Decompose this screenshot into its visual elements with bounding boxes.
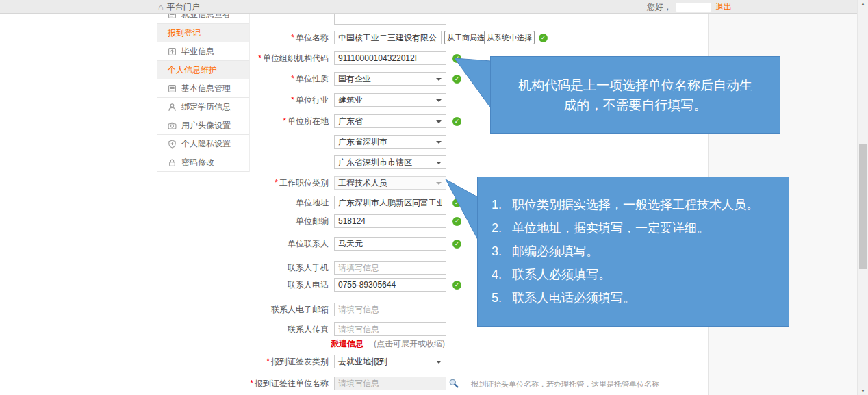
portal-header: ⌂ 平台门户 bbox=[158, 0, 200, 14]
input-field-14[interactable] bbox=[334, 303, 446, 316]
input-field-15[interactable] bbox=[334, 322, 446, 336]
callout-item-text: 单位地址，据实填写，一定要详细。 bbox=[512, 221, 709, 235]
field-label-12: 联系人手机 bbox=[245, 261, 329, 275]
callout-list-item: 1.职位类别据实选择，一般选择工程技术人员。 bbox=[492, 198, 783, 212]
sidebar-item-6[interactable]: 用户头像设置 bbox=[157, 116, 249, 135]
field-label-11: 单位联系人 bbox=[245, 237, 329, 251]
select-field-7[interactable]: 广东省深圳市市辖区 bbox=[334, 155, 446, 169]
sidebar-item-4[interactable]: 基本信息管理 bbox=[157, 79, 249, 98]
field-label-text: 工作职位类别 bbox=[279, 178, 329, 188]
input-field-13[interactable] bbox=[334, 278, 446, 292]
sidebar-item-5[interactable]: 绑定学历信息 bbox=[157, 98, 249, 116]
sidebar-item-8[interactable]: 密码修改 bbox=[157, 153, 249, 172]
input-field-9[interactable] bbox=[334, 196, 446, 209]
divider bbox=[257, 351, 708, 351]
username-redacted bbox=[676, 3, 711, 12]
sidebar-item-clipped[interactable]: 就业信息查看 bbox=[157, 14, 249, 24]
callout-item-number: 5. bbox=[492, 291, 512, 305]
doc-icon bbox=[168, 14, 177, 19]
field-label-text: 联系人手机 bbox=[288, 263, 329, 272]
select-field-5[interactable]: 广东省 bbox=[334, 114, 446, 128]
sidebar-item-3[interactable]: 个人信息维护 bbox=[157, 61, 249, 79]
sidebar-item-label: 用户头像设置 bbox=[181, 120, 231, 131]
field-label-text: 报到证签往单位名称 bbox=[255, 379, 329, 388]
field-label-text: 单位性质 bbox=[296, 74, 329, 84]
lookup-button-1[interactable]: 从系统中选择 bbox=[484, 31, 535, 44]
callout-tail bbox=[444, 175, 478, 242]
field-label-18: *报到证签往单位名称 bbox=[245, 377, 329, 390]
callout-list-item: 3.邮编必须填写。 bbox=[492, 244, 783, 259]
required-asterisk: * bbox=[275, 178, 278, 188]
required-asterisk: * bbox=[250, 379, 253, 388]
field-label-10: 单位邮编 bbox=[245, 214, 329, 228]
callout-tail bbox=[452, 55, 492, 110]
callout-list-item: 4.联系人必须填写。 bbox=[492, 268, 783, 282]
field-label-2: *单位组织机构代码 bbox=[245, 51, 329, 65]
field-label-5: *单位所在地 bbox=[245, 114, 329, 128]
dispatch-info-toggle[interactable]: 派遣信息 bbox=[331, 338, 363, 350]
field-label-text: 单位地址 bbox=[296, 198, 329, 207]
required-asterisk: * bbox=[291, 33, 294, 42]
callout-text: 机构代码是上一项选择单位名称后自动生成的，不需要自行填写。 bbox=[518, 75, 752, 116]
callout-list-item: 5.联系人电话必须填写。 bbox=[492, 291, 783, 305]
vertical-scrollbar[interactable]: ▲ ▼ bbox=[857, 0, 868, 395]
dispatch-info-toggle-hint: (点击可展开或收缩) bbox=[374, 338, 445, 350]
sidebar-item-0[interactable]: 就业信息查看 bbox=[157, 14, 249, 24]
sidebar-item-label: 毕业信息 bbox=[181, 46, 214, 58]
input-field-2[interactable] bbox=[334, 51, 446, 65]
sidebar-item-label: 密码修改 bbox=[181, 157, 214, 168]
sidebar-item-label: 就业信息查看 bbox=[181, 14, 231, 21]
select-field-8[interactable]: 工程技术人员 bbox=[334, 176, 446, 190]
field-label-text: 单位邮编 bbox=[296, 216, 329, 226]
required-asterisk: * bbox=[291, 95, 294, 105]
select-field-4[interactable]: 建筑业 bbox=[334, 93, 446, 107]
scrollbar-thumb[interactable] bbox=[859, 144, 867, 269]
magnifier-icon[interactable] bbox=[448, 378, 459, 389]
field-label-1: *单位名称 bbox=[245, 31, 329, 44]
home-icon: ⌂ bbox=[158, 3, 164, 12]
callout-item-number: 4. bbox=[492, 268, 512, 282]
dispatch-info-section-row: 派遣信息(点击可展开或收缩) bbox=[331, 338, 445, 349]
field-label-text: 单位名称 bbox=[296, 33, 329, 42]
callout-item-number: 2. bbox=[492, 221, 512, 235]
field-label-text: 单位组织机构代码 bbox=[263, 53, 329, 63]
input-field-12[interactable] bbox=[334, 261, 446, 275]
sidebar-item-label: 绑定学历信息 bbox=[181, 101, 231, 113]
scroll-up-arrow[interactable]: ▲ bbox=[858, 0, 868, 8]
callout-fill-instructions: 1.职位类别据实选择，一般选择工程技术人员。2.单位地址，据实填写，一定要详细。… bbox=[477, 177, 789, 327]
upload-icon bbox=[168, 47, 177, 56]
select-value: 国有企业 bbox=[338, 74, 371, 84]
person-icon bbox=[168, 103, 177, 112]
logout-link[interactable]: 退出 bbox=[715, 1, 732, 13]
select-field-6[interactable]: 广东省深圳市 bbox=[334, 135, 446, 149]
scroll-down-arrow[interactable]: ▼ bbox=[858, 387, 868, 395]
greeting-text: 您好， bbox=[647, 1, 672, 13]
shield-icon bbox=[168, 140, 177, 149]
input-field-18[interactable] bbox=[334, 377, 446, 390]
sidebar-item-2[interactable]: 毕业信息 bbox=[157, 42, 249, 61]
select-value: 工程技术人员 bbox=[338, 178, 387, 188]
input-field-10[interactable] bbox=[334, 214, 446, 228]
field-label-4: *单位行业 bbox=[245, 93, 329, 107]
required-asterisk: * bbox=[258, 53, 261, 63]
callout-item-number: 1. bbox=[492, 198, 512, 212]
check-icon bbox=[539, 34, 548, 42]
field-label-text: 单位行业 bbox=[296, 95, 329, 105]
field-label-text: 联系人电子邮箱 bbox=[271, 305, 329, 314]
input-field-1[interactable] bbox=[334, 31, 442, 44]
top-bar: ⌂ 平台门户 您好， 退出 bbox=[0, 0, 868, 14]
callout-item-text: 职位类别据实选择，一般选择工程技术人员。 bbox=[512, 198, 758, 212]
select-field-3[interactable]: 国有企业 bbox=[334, 72, 446, 86]
required-asterisk: * bbox=[283, 116, 286, 126]
field-label-15: 联系人传真 bbox=[245, 322, 329, 336]
field-label-text: 联系人电话 bbox=[288, 280, 329, 290]
input-field-11[interactable] bbox=[334, 237, 446, 251]
sidebar-item-1[interactable]: 报到登记 bbox=[157, 24, 249, 42]
callout-item-text: 联系人必须填写。 bbox=[512, 268, 611, 282]
callout-item-text: 联系人电话必须填写。 bbox=[512, 291, 635, 305]
field-label-text: 报到证签发类别 bbox=[271, 357, 329, 366]
required-asterisk: * bbox=[291, 74, 294, 84]
select-value: 建筑业 bbox=[338, 95, 363, 105]
sidebar-item-7[interactable]: 个人隐私设置 bbox=[157, 135, 249, 153]
select-field-17[interactable]: 去就业地报到 bbox=[334, 355, 446, 368]
